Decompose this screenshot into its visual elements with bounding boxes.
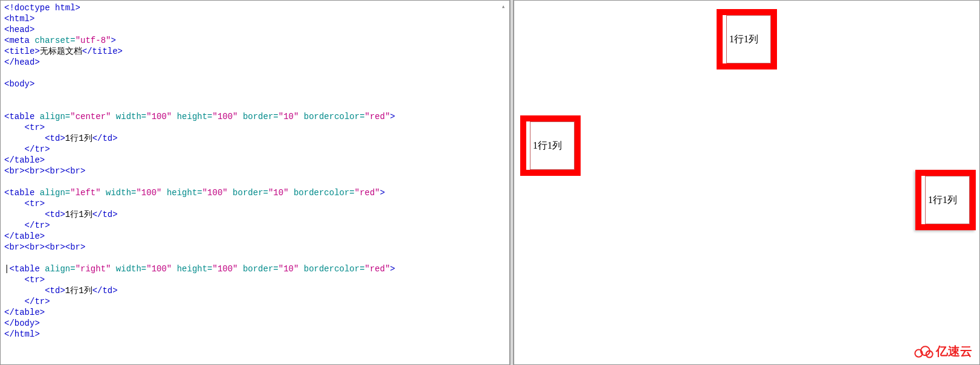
preview-cell: 1行1列 (726, 15, 771, 63)
code-token: </tr> (25, 297, 50, 306)
code-token: 1行1列 (65, 134, 92, 143)
code-token: "red" (355, 188, 380, 198)
code-token: > (111, 36, 115, 45)
code-editor-pane[interactable]: ▴ <!doctype html> <html> <head> <meta ch… (0, 0, 510, 365)
preview-cell: 1行1列 (530, 121, 575, 170)
code-token: <table (9, 264, 39, 274)
code-token: <table (4, 112, 34, 121)
code-token: <br><br><br><br> (4, 166, 85, 176)
preview-pane: 1行1列 1行1列 1行1列 (514, 0, 980, 365)
code-token: "10" (279, 264, 299, 274)
code-token: "red" (365, 112, 390, 121)
code-token: </tr> (25, 221, 50, 230)
code-token: </html> (4, 329, 40, 339)
cloud-icon (913, 345, 933, 358)
code-token: border= (238, 264, 279, 274)
code-token: <td> (45, 286, 65, 296)
preview-table-right: 1行1列 (915, 170, 976, 230)
code-token: </table> (4, 155, 45, 165)
code-token: "center" (70, 112, 111, 121)
code-token: border= (228, 188, 268, 198)
code-token: </td> (92, 210, 118, 219)
watermark: 亿速云 (913, 343, 972, 360)
code-token: </body> (4, 318, 40, 328)
code-token: height= (172, 264, 212, 274)
preview-table-left: 1行1列 (520, 115, 581, 176)
code-token: > (390, 264, 395, 274)
code-token: "left" (70, 188, 100, 198)
code-token: align= (34, 112, 70, 121)
code-token: bordercolor= (298, 112, 364, 121)
code-token: "utf-8" (76, 36, 111, 45)
code-token: <td> (45, 210, 65, 219)
code-token: </table> (4, 231, 45, 241)
code-token: charset= (30, 36, 76, 45)
code-token: "100" (146, 112, 172, 121)
code-token: 无标题文档 (40, 47, 82, 56)
code-token: <head> (4, 25, 34, 34)
code-token: <title> (4, 47, 40, 56)
code-token: <tr> (25, 123, 45, 132)
code-token: </td> (92, 134, 118, 143)
code-token: border= (238, 112, 279, 121)
code-token: width= (111, 112, 146, 121)
code-token: </title> (82, 47, 123, 56)
code-token: <tr> (25, 275, 45, 285)
code-token: width= (101, 188, 137, 198)
preview-cell-text: 1行1列 (533, 140, 562, 152)
code-token: <!doctype html> (4, 3, 80, 13)
code-token: "right" (76, 264, 111, 274)
code-token: align= (40, 264, 76, 274)
code-token: 1行1列 (65, 210, 92, 219)
code-token: <body> (4, 79, 34, 89)
code-token: "100" (146, 264, 172, 274)
code-token: "10" (279, 112, 299, 121)
split-view: ▴ <!doctype html> <html> <head> <meta ch… (0, 0, 980, 365)
code-token: <br><br><br><br> (4, 242, 85, 252)
preview-cell-text: 1行1列 (729, 33, 758, 46)
code-token: "red" (365, 264, 390, 274)
code-token: > (390, 112, 395, 121)
code-token: <html> (4, 14, 34, 24)
scroll-up-arrow-icon[interactable]: ▴ (498, 2, 508, 11)
code-token: </table> (4, 308, 45, 317)
code-token: <table (4, 188, 34, 198)
code-token: height= (161, 188, 202, 198)
code-editor-content[interactable]: <!doctype html> <html> <head> <meta char… (1, 1, 509, 341)
preview-body: 1行1列 1行1列 1行1列 (514, 1, 979, 364)
code-token: height= (172, 112, 212, 121)
code-token: "100" (136, 188, 161, 198)
code-token: </td> (92, 286, 118, 296)
code-token: "10" (268, 188, 289, 198)
code-token: 1行1列 (65, 286, 92, 296)
code-token: width= (111, 264, 146, 274)
code-token: > (380, 188, 385, 198)
preview-cell-text: 1行1列 (928, 194, 957, 207)
code-token: "100" (202, 188, 228, 198)
code-token: "100" (213, 112, 238, 121)
code-token: "100" (213, 264, 238, 274)
code-token: bordercolor= (298, 264, 364, 274)
code-token: <meta (4, 36, 30, 45)
code-token: align= (34, 188, 70, 198)
code-token: bordercolor= (289, 188, 355, 198)
preview-cell: 1行1列 (925, 176, 970, 224)
code-token: </head> (4, 57, 40, 67)
watermark-text: 亿速云 (936, 343, 972, 360)
code-token: <tr> (25, 199, 45, 208)
code-token: <td> (45, 134, 65, 143)
code-token: </tr> (25, 144, 50, 154)
preview-table-center: 1行1列 (717, 9, 777, 69)
